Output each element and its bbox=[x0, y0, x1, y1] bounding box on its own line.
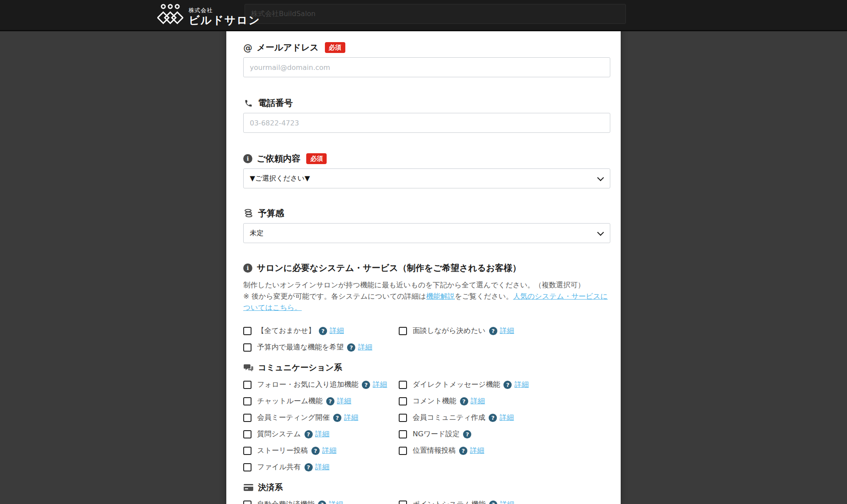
detail-link[interactable]: 詳細 bbox=[514, 380, 529, 389]
detail-link[interactable]: 詳細 bbox=[471, 396, 485, 406]
email-field-group: @ メールアドレス 必須 bbox=[243, 42, 610, 77]
detail-link[interactable]: 詳細 bbox=[330, 326, 344, 336]
detail-link[interactable]: 詳細 bbox=[329, 500, 343, 504]
checkbox[interactable] bbox=[243, 381, 251, 389]
detail-link[interactable]: 詳細 bbox=[500, 326, 514, 336]
checkbox-row: ストーリー投稿 ? 詳細 位置情報投稿 ? 詳細 bbox=[243, 445, 610, 456]
help-icon[interactable]: ? bbox=[318, 501, 326, 504]
help-icon[interactable]: ? bbox=[460, 397, 468, 405]
checkbox-row: ファイル共有 ? 詳細 bbox=[243, 462, 610, 472]
budget-select-value: 未定 bbox=[250, 229, 264, 238]
checkbox[interactable] bbox=[399, 430, 407, 438]
phone-icon bbox=[243, 99, 254, 108]
checkbox-item: ダイレクトメッセージ機能 ? 詳細 bbox=[399, 379, 610, 390]
phone-label-row: 電話番号 bbox=[243, 97, 610, 109]
checkbox-label: ダイレクトメッセージ機能 bbox=[413, 380, 500, 389]
brand-text: 株式会社 ビルドサロン bbox=[189, 7, 261, 26]
detail-link[interactable]: 詳細 bbox=[315, 462, 330, 472]
help-icon[interactable]: ? bbox=[362, 381, 370, 389]
checkbox-row: 予算内で最適な機能を希望 ? 詳細 bbox=[243, 342, 610, 352]
checkbox[interactable] bbox=[243, 430, 251, 438]
help-icon[interactable]: ? bbox=[326, 397, 334, 405]
checkbox-row: 自動会費決済機能 ? 詳細 ポイントシステム機能 ? 詳細 bbox=[243, 499, 610, 504]
checkbox-label: 会員コミュニティ作成 bbox=[413, 413, 485, 422]
detail-link[interactable]: 詳細 bbox=[373, 380, 387, 389]
feature-guide-link[interactable]: 機能解説 bbox=[426, 292, 455, 300]
detail-link[interactable]: 詳細 bbox=[500, 413, 514, 422]
help-icon[interactable]: ? bbox=[304, 430, 313, 438]
page: @ メールアドレス 必須 電話番号 i bbox=[0, 0, 847, 504]
detail-link[interactable]: 詳細 bbox=[500, 500, 514, 504]
checkbox[interactable] bbox=[243, 327, 251, 335]
help-icon[interactable]: ? bbox=[311, 447, 320, 455]
help-icon[interactable]: ? bbox=[333, 414, 341, 422]
brand-company-prefix: 株式会社 bbox=[189, 7, 261, 14]
request-select[interactable]: ▼ご選択ください▼ bbox=[243, 168, 610, 188]
checkbox[interactable] bbox=[243, 447, 251, 455]
checkbox-label: フォロー・お気に入り追加機能 bbox=[257, 380, 358, 389]
budget-label-row: 予算感 bbox=[243, 208, 610, 219]
coins-icon bbox=[243, 209, 254, 218]
help-icon[interactable]: ? bbox=[489, 414, 497, 422]
required-badge: 必須 bbox=[306, 153, 327, 164]
services-title-row: i サロンに必要なシステム・サービス（制作をご希望されるお客様） bbox=[243, 262, 610, 274]
help-icon[interactable]: ? bbox=[489, 501, 497, 504]
help-icon[interactable]: ? bbox=[304, 463, 313, 471]
services-description: 制作したいオンラインサロンが持つ機能に最も近いものを下記から全て選んでください。… bbox=[243, 280, 610, 291]
email-label: メールアドレス bbox=[257, 42, 319, 53]
help-icon[interactable]: ? bbox=[503, 381, 512, 389]
checkbox-row: 質問システム ? 詳細 NGワード設定 ? bbox=[243, 429, 610, 439]
checkbox-label: ストーリー投稿 bbox=[257, 446, 308, 455]
checkbox-row: チャットルーム機能 ? 詳細 コメント機能 ? 詳細 bbox=[243, 396, 610, 406]
email-input[interactable] bbox=[243, 57, 610, 77]
help-icon[interactable]: ? bbox=[347, 343, 355, 352]
services-title: サロンに必要なシステム・サービス（制作をご希望されるお客様） bbox=[257, 262, 521, 274]
checkbox-item: チャットルーム機能 ? 詳細 bbox=[243, 396, 399, 406]
phone-field-group: 電話番号 bbox=[243, 97, 610, 133]
detail-link[interactable]: 詳細 bbox=[322, 446, 337, 455]
checkbox-row: フォロー・お気に入り追加機能 ? 詳細 ダイレクトメッセージ機能 ? 詳細 bbox=[243, 379, 610, 390]
checkbox[interactable] bbox=[399, 381, 407, 389]
checkbox-label: 【全ておまかせ】 bbox=[257, 326, 315, 336]
detail-link[interactable]: 詳細 bbox=[337, 396, 351, 406]
checkbox-group-payment: 自動会費決済機能 ? 詳細 ポイントシステム機能 ? 詳細 bbox=[243, 499, 610, 504]
phone-input[interactable] bbox=[243, 113, 610, 133]
chevron-down-icon bbox=[597, 229, 604, 236]
checkbox[interactable] bbox=[399, 447, 407, 455]
checkbox-row: 【全ておまかせ】 ? 詳細 面談しながら決めたい ? 詳細 bbox=[243, 326, 610, 336]
payment-heading-row: 決済系 bbox=[243, 482, 610, 493]
chevron-down-icon bbox=[597, 174, 604, 181]
checkbox[interactable] bbox=[243, 397, 251, 405]
budget-select[interactable]: 未定 bbox=[243, 223, 610, 243]
help-icon[interactable]: ? bbox=[319, 327, 327, 335]
communication-heading-row: コミュニケーション系 bbox=[243, 362, 610, 373]
checkbox[interactable] bbox=[243, 501, 251, 504]
detail-link[interactable]: 詳細 bbox=[358, 343, 372, 352]
checkbox[interactable] bbox=[243, 414, 251, 422]
detail-link[interactable]: 詳細 bbox=[344, 413, 358, 422]
buildsalon-logo-icon bbox=[157, 3, 183, 30]
help-icon[interactable]: ? bbox=[489, 327, 497, 335]
checkbox[interactable] bbox=[243, 463, 251, 471]
brand-logo[interactable]: 株式会社 ビルドサロン bbox=[157, 3, 261, 30]
checkbox[interactable] bbox=[243, 343, 251, 352]
help-icon[interactable]: ? bbox=[459, 447, 467, 455]
checkbox-item: 質問システム ? 詳細 bbox=[243, 429, 399, 439]
help-icon[interactable]: ? bbox=[463, 430, 471, 438]
chat-bubbles-icon bbox=[243, 364, 254, 372]
checkbox-label: 質問システム bbox=[257, 429, 301, 439]
services-section: i サロンに必要なシステム・サービス（制作をご希望されるお客様） 制作したいオン… bbox=[243, 262, 610, 504]
checkbox[interactable] bbox=[399, 397, 407, 405]
request-label-row: i ご依頼内容 必須 bbox=[243, 153, 610, 165]
checkbox-label: チャットルーム機能 bbox=[257, 396, 323, 406]
checkbox[interactable] bbox=[399, 414, 407, 422]
checkbox[interactable] bbox=[399, 327, 407, 335]
communication-heading: コミュニケーション系 bbox=[258, 362, 342, 373]
checkbox[interactable] bbox=[399, 501, 407, 504]
site-header: 株式会社BuildSalon 株式会社 ビルドサロン bbox=[0, 0, 847, 31]
detail-link[interactable]: 詳細 bbox=[315, 429, 330, 439]
brand-company-name: ビルドサロン bbox=[189, 14, 261, 26]
detail-link[interactable]: 詳細 bbox=[470, 446, 484, 455]
checkbox-item: 会員コミュニティ作成 ? 詳細 bbox=[399, 412, 610, 423]
checkbox-item: NGワード設定 ? bbox=[399, 429, 610, 439]
